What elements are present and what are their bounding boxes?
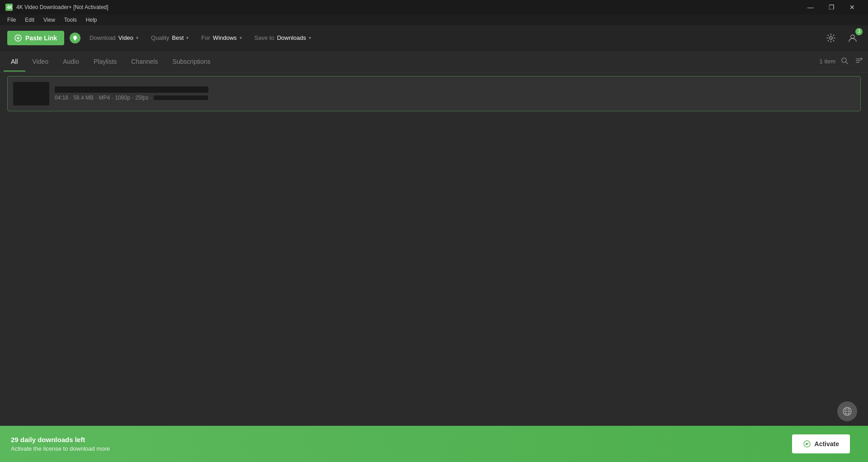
- tab-audio[interactable]: Audio: [56, 52, 86, 71]
- sort-icon: [855, 57, 863, 64]
- globe-icon: [842, 406, 852, 416]
- settings-icon: [826, 33, 835, 43]
- close-button[interactable]: ✕: [842, 0, 863, 14]
- menu-tools[interactable]: Tools: [61, 16, 80, 24]
- tabs-right: 1 item: [820, 55, 864, 68]
- table-row[interactable]: 04:18 · 58.4 MB · MP4 · 1080p · 25fps ·: [7, 76, 861, 111]
- tab-playlists[interactable]: Playlists: [86, 52, 124, 71]
- svg-point-3: [73, 36, 77, 39]
- tab-subscriptions[interactable]: Subscriptions: [165, 52, 217, 71]
- restore-button[interactable]: ❐: [821, 0, 842, 14]
- activate-icon: [803, 440, 811, 448]
- meta-separator-1: ·: [70, 95, 71, 101]
- progress-bar-redacted: [154, 95, 208, 100]
- meta-separator-4: ·: [132, 95, 133, 101]
- save-to-label: Save to: [255, 34, 274, 41]
- globe-button[interactable]: [837, 401, 857, 421]
- item-count: 1 item: [820, 58, 835, 65]
- svg-rect-4: [74, 39, 76, 40]
- menu-view[interactable]: View: [40, 16, 59, 24]
- settings-button[interactable]: [823, 30, 839, 46]
- app-icon: 4K: [5, 4, 13, 11]
- banner-subtitle: Activate the license to download more: [11, 445, 792, 452]
- duration: 04:18: [55, 95, 68, 101]
- toolbar-right: 3: [823, 30, 861, 46]
- paste-link-button[interactable]: Paste Link: [7, 31, 64, 45]
- activate-button[interactable]: Activate: [792, 434, 850, 453]
- menu-help[interactable]: Help: [82, 16, 101, 24]
- meta-separator-2: ·: [95, 95, 97, 101]
- tabs-bar: All Video Audio Playlists Channels Subsc…: [0, 51, 868, 72]
- quality-dropdown[interactable]: Quality Best ▾: [147, 33, 192, 43]
- activation-banner: 29 daily downloads left Activate the lic…: [0, 426, 868, 462]
- banner-title: 29 daily downloads left: [11, 436, 792, 443]
- toggle-button[interactable]: [70, 33, 80, 43]
- tab-video[interactable]: Video: [25, 52, 56, 71]
- search-button[interactable]: [839, 55, 850, 68]
- svg-line-8: [846, 62, 848, 64]
- format: MP4: [99, 95, 110, 101]
- toolbar: Paste Link Download Video ▾ Quality Best…: [0, 25, 868, 51]
- for-value: Windows: [213, 34, 237, 41]
- download-info: 04:18 · 58.4 MB · MP4 · 1080p · 25fps ·: [55, 86, 855, 101]
- window-title: 4K Video Downloader+ [Not Activated]: [16, 4, 108, 10]
- tab-channels[interactable]: Channels: [124, 52, 165, 71]
- banner-text-area: 29 daily downloads left Activate the lic…: [11, 436, 792, 452]
- menu-file[interactable]: File: [4, 16, 19, 24]
- save-to-chevron-icon: ▾: [309, 35, 311, 40]
- quality-value: Best: [172, 34, 184, 41]
- menu-bar: File Edit View Tools Help: [0, 14, 868, 25]
- video-thumbnail: [13, 82, 49, 105]
- main-content: 04:18 · 58.4 MB · MP4 · 1080p · 25fps ·: [0, 72, 868, 448]
- download-value: Video: [118, 34, 133, 41]
- title-controls: — ❐ ✕: [800, 0, 863, 14]
- sort-button[interactable]: [854, 55, 864, 68]
- activate-label: Activate: [815, 440, 839, 448]
- save-to-dropdown[interactable]: Save to Downloads ▾: [251, 33, 315, 43]
- notification-count: 3: [855, 28, 863, 35]
- platform-dropdown[interactable]: For Windows ▾: [198, 33, 245, 43]
- notification-area: 3: [844, 30, 861, 46]
- platform-chevron-icon: ▾: [240, 35, 242, 40]
- quality-label: Quality: [151, 34, 169, 41]
- paste-link-icon: [14, 34, 22, 42]
- download-label: Download: [90, 34, 116, 41]
- quality: 1080p: [115, 95, 130, 101]
- svg-text:4K: 4K: [7, 5, 13, 10]
- lightbulb-icon: [71, 34, 79, 42]
- title-bar-left: 4K 4K Video Downloader+ [Not Activated]: [5, 4, 108, 11]
- meta-separator-3: ·: [112, 95, 113, 101]
- svg-point-6: [851, 35, 854, 38]
- fps: 25fps: [135, 95, 148, 101]
- meta-separator-5: ·: [151, 95, 152, 101]
- search-icon: [841, 57, 848, 64]
- for-label: For: [201, 34, 210, 41]
- file-size: 58.4 MB: [73, 95, 94, 101]
- download-list: 04:18 · 58.4 MB · MP4 · 1080p · 25fps ·: [4, 72, 864, 448]
- title-bar: 4K 4K Video Downloader+ [Not Activated] …: [0, 0, 868, 14]
- svg-point-5: [830, 37, 832, 39]
- tab-all[interactable]: All: [4, 52, 25, 71]
- quality-chevron-icon: ▾: [186, 35, 189, 40]
- save-to-value: Downloads: [277, 34, 306, 41]
- download-meta: 04:18 · 58.4 MB · MP4 · 1080p · 25fps ·: [55, 95, 855, 101]
- download-type-dropdown[interactable]: Download Video ▾: [86, 33, 142, 43]
- person-icon: [848, 33, 857, 43]
- download-chevron-icon: ▾: [136, 35, 138, 40]
- minimize-button[interactable]: —: [800, 0, 821, 14]
- paste-link-label: Paste Link: [25, 34, 57, 42]
- tab-list: All Video Audio Playlists Channels Subsc…: [4, 52, 820, 71]
- menu-edit[interactable]: Edit: [21, 16, 38, 24]
- video-title-redacted: [55, 86, 208, 93]
